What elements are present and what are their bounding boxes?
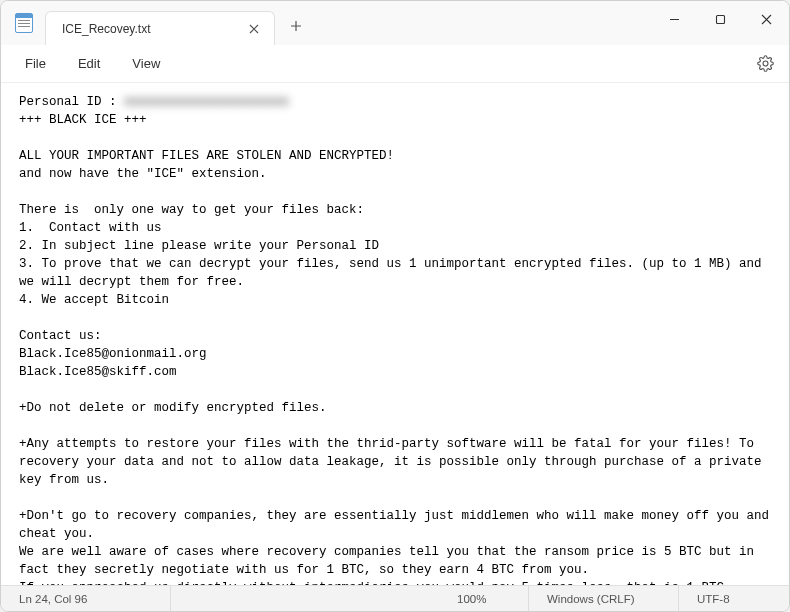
notepad-window: ICE_Recovey.txt File Edit View bbox=[0, 0, 790, 612]
warn-btc: We are well aware of cases where recover… bbox=[19, 545, 762, 577]
gear-icon bbox=[757, 55, 774, 72]
menubar: File Edit View bbox=[1, 45, 789, 83]
headline: ALL YOUR IMPORTANT FILES ARE STOLEN AND … bbox=[19, 149, 394, 163]
personal-id-value: xxxxxxxxxxxxxxxxxxxxxx bbox=[124, 95, 289, 109]
step-2: 2. In subject line please write your Per… bbox=[19, 239, 379, 253]
warn-recovery: +Don't go to recovery companies, they ar… bbox=[19, 509, 777, 541]
tab-title: ICE_Recovey.txt bbox=[62, 22, 246, 36]
new-tab-button[interactable] bbox=[281, 11, 311, 41]
warn-thirdparty: +Any attempts to restore your files with… bbox=[19, 437, 769, 487]
step-4: 4. We accept Bitcoin bbox=[19, 293, 169, 307]
brand-line: +++ BLACK ICE +++ bbox=[19, 113, 147, 127]
warn-delete: +Do not delete or modify encrypted files… bbox=[19, 401, 327, 415]
step-3: 3. To prove that we can decrypt your fil… bbox=[19, 257, 769, 289]
notepad-icon bbox=[15, 13, 33, 33]
text-area[interactable]: Personal ID : xxxxxxxxxxxxxxxxxxxxxx +++… bbox=[1, 83, 789, 585]
status-encoding: UTF-8 bbox=[679, 586, 789, 611]
menu-edit[interactable]: Edit bbox=[62, 50, 116, 77]
status-position: Ln 24, Col 96 bbox=[1, 586, 171, 611]
status-line-ending: Windows (CRLF) bbox=[529, 586, 679, 611]
statusbar: Ln 24, Col 96 100% Windows (CRLF) UTF-8 bbox=[1, 585, 789, 611]
status-zoom[interactable]: 100% bbox=[439, 586, 529, 611]
menu-view[interactable]: View bbox=[116, 50, 176, 77]
titlebar: ICE_Recovey.txt bbox=[1, 1, 789, 45]
svg-rect-0 bbox=[716, 15, 724, 23]
step-1: 1. Contact with us bbox=[19, 221, 162, 235]
email-1: Black.Ice85@onionmail.org bbox=[19, 347, 207, 361]
settings-button[interactable] bbox=[749, 48, 781, 80]
close-tab-icon[interactable] bbox=[246, 21, 262, 37]
close-button[interactable] bbox=[743, 1, 789, 37]
email-2: Black.Ice85@skiff.com bbox=[19, 365, 177, 379]
minimize-button[interactable] bbox=[651, 1, 697, 37]
maximize-button[interactable] bbox=[697, 1, 743, 37]
menu-file[interactable]: File bbox=[9, 50, 62, 77]
personal-id-label: Personal ID : bbox=[19, 95, 124, 109]
extension-line: and now have the "ICE" extension. bbox=[19, 167, 267, 181]
tab-active[interactable]: ICE_Recovey.txt bbox=[45, 11, 275, 45]
oneway-line: There is only one way to get your files … bbox=[19, 203, 364, 217]
contact-label: Contact us: bbox=[19, 329, 102, 343]
window-controls bbox=[651, 1, 789, 37]
